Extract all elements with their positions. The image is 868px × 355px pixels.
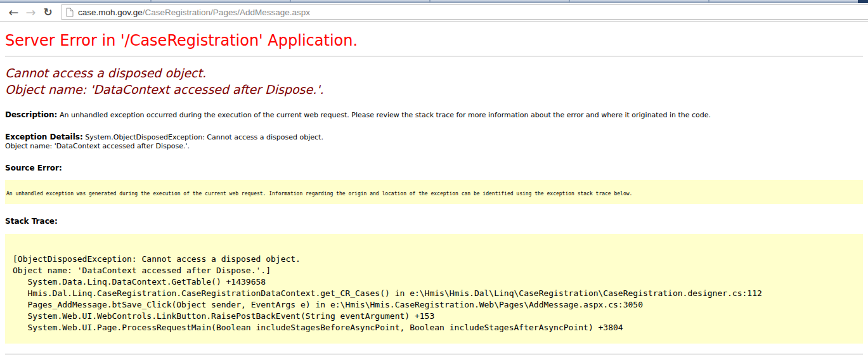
forward-button[interactable]: → bbox=[22, 6, 39, 18]
tab-separator bbox=[150, 0, 152, 3]
exception-details-row: Exception Details: System.ObjectDisposed… bbox=[5, 132, 863, 151]
browser-toolbar: ← → ↻ case.moh.gov.ge/CaseRegistration/P… bbox=[0, 3, 868, 22]
page-icon bbox=[66, 8, 74, 17]
exception-details-label: Exception Details: bbox=[5, 132, 83, 141]
source-error-heading: Source Error: bbox=[5, 164, 863, 173]
exception-details-text: System.ObjectDisposedException: Cannot a… bbox=[85, 133, 323, 141]
error-page: Server Error in '/CaseRegistration' Appl… bbox=[0, 32, 868, 355]
stack-trace-label: Stack Trace: bbox=[5, 217, 58, 226]
exception-object-name: Object name: 'DataContext accessed after… bbox=[5, 142, 190, 150]
description-row: Description: An unhandled exception occu… bbox=[5, 110, 863, 120]
description-label: Description: bbox=[5, 110, 57, 119]
error-subtitle: Cannot access a disposed object.Object n… bbox=[5, 65, 863, 98]
stack-trace-text: [ObjectDisposedException: Cannot access … bbox=[5, 234, 863, 344]
tab-separator bbox=[569, 0, 570, 3]
browser-tab-strip[interactable] bbox=[0, 0, 868, 3]
stack-trace-heading: Stack Trace: bbox=[5, 217, 863, 226]
source-error-label: Source Error: bbox=[5, 164, 62, 172]
url-path: /CaseRegistration/Pages/AddMessage.aspx bbox=[143, 8, 310, 17]
url-domain: case.moh.gov.ge bbox=[78, 8, 143, 17]
source-error-box: An unhandled exception was generated dur… bbox=[5, 180, 863, 204]
stack-trace-box: [ObjectDisposedException: Cannot access … bbox=[5, 234, 863, 344]
source-error-text: An unhandled exception was generated dur… bbox=[6, 191, 632, 197]
url-text: case.moh.gov.ge/CaseRegistration/Pages/A… bbox=[78, 8, 310, 17]
window-frame-corner bbox=[858, 0, 868, 3]
page-title: Server Error in '/CaseRegistration' Appl… bbox=[5, 32, 863, 49]
footer-divider bbox=[5, 354, 863, 354]
tab-separator bbox=[429, 0, 431, 3]
tab-separator bbox=[290, 0, 291, 3]
description-text: An unhandled exception occurred during t… bbox=[60, 111, 711, 119]
browser-window: ← → ↻ case.moh.gov.ge/CaseRegistration/P… bbox=[0, 0, 868, 22]
title-divider bbox=[5, 56, 863, 56]
tab-separator bbox=[708, 0, 709, 3]
reload-button[interactable]: ↻ bbox=[39, 7, 56, 18]
address-bar[interactable]: case.moh.gov.ge/CaseRegistration/Pages/A… bbox=[61, 4, 868, 20]
error-subtitle-line2: Object name: 'DataContext accessed after… bbox=[5, 82, 324, 96]
error-subtitle-line1: Cannot access a disposed object. bbox=[5, 66, 206, 80]
back-button[interactable]: ← bbox=[5, 6, 22, 18]
